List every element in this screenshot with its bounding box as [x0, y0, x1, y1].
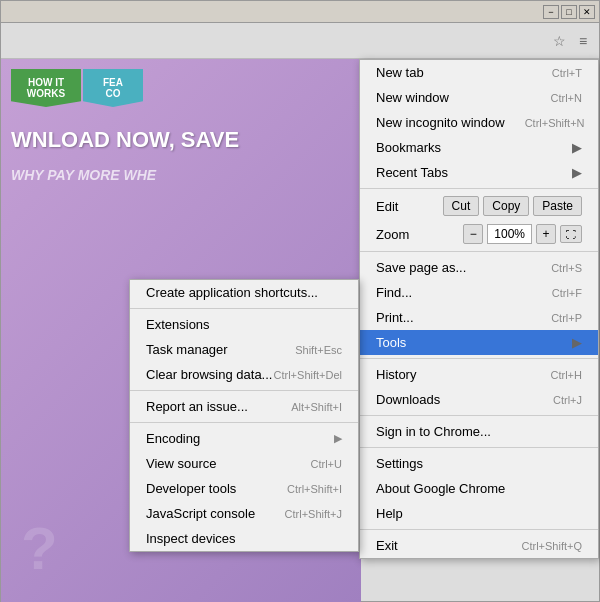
page-banner: HOW IT WORKS FEA CO: [1, 59, 361, 117]
browser-window: − □ ✕ ☆ ≡ HOW IT WORKS FEA CO WNLOAD NOW…: [0, 0, 600, 602]
menu-separator-6: [360, 529, 598, 530]
submenu-separator-1: [130, 308, 358, 309]
paste-button[interactable]: Paste: [533, 196, 582, 216]
title-bar: − □ ✕: [1, 1, 599, 23]
submenu-separator-3: [130, 422, 358, 423]
menu-item-find[interactable]: Find... Ctrl+F: [360, 280, 598, 305]
menu-separator-1: [360, 188, 598, 189]
submenu-item-extensions[interactable]: Extensions: [130, 312, 358, 337]
menu-separator-2: [360, 251, 598, 252]
copy-button[interactable]: Copy: [483, 196, 529, 216]
menu-item-downloads[interactable]: Downloads Ctrl+J: [360, 387, 598, 412]
menu-item-recent-tabs[interactable]: Recent Tabs ▶: [360, 160, 598, 185]
minimize-button[interactable]: −: [543, 5, 559, 19]
menu-item-history[interactable]: History Ctrl+H: [360, 362, 598, 387]
toolbar: ☆ ≡: [1, 23, 599, 59]
submenu-item-inspect-devices[interactable]: Inspect devices: [130, 526, 358, 551]
zoom-plus-button[interactable]: +: [536, 224, 556, 244]
zoom-value: 100%: [487, 224, 532, 244]
page-subheadline: WHY PAY MORE WHE: [1, 163, 361, 187]
submenu-item-js-console[interactable]: JavaScript console Ctrl+Shift+J: [130, 501, 358, 526]
zoom-minus-button[interactable]: −: [463, 224, 483, 244]
menu-separator-4: [360, 415, 598, 416]
submenu-item-clear-browsing[interactable]: Clear browsing data... Ctrl+Shift+Del: [130, 362, 358, 387]
submenu-item-create-shortcuts[interactable]: Create application shortcuts...: [130, 280, 358, 305]
page-headline: WNLOAD NOW, SAVE: [1, 117, 361, 163]
menu-item-new-incognito[interactable]: New incognito window Ctrl+Shift+N: [360, 110, 598, 135]
submenu-item-task-manager[interactable]: Task manager Shift+Esc: [130, 337, 358, 362]
menu-item-new-tab[interactable]: New tab Ctrl+T: [360, 60, 598, 85]
cut-button[interactable]: Cut: [443, 196, 480, 216]
menu-item-print[interactable]: Print... Ctrl+P: [360, 305, 598, 330]
menu-separator-3: [360, 358, 598, 359]
zoom-expand-button[interactable]: ⛶: [560, 225, 582, 243]
menu-item-exit[interactable]: Exit Ctrl+Shift+Q: [360, 533, 598, 558]
menu-item-bookmarks[interactable]: Bookmarks ▶: [360, 135, 598, 160]
menu-item-new-window[interactable]: New window Ctrl+N: [360, 85, 598, 110]
menu-item-sign-in[interactable]: Sign in to Chrome...: [360, 419, 598, 444]
tools-submenu: Create application shortcuts... Extensio…: [129, 279, 359, 552]
star-icon[interactable]: ☆: [549, 31, 569, 51]
submenu-separator-2: [130, 390, 358, 391]
maximize-button[interactable]: □: [561, 5, 577, 19]
edit-row: Edit Cut Copy Paste: [360, 192, 598, 220]
menu-item-settings[interactable]: Settings: [360, 451, 598, 476]
submenu-item-developer-tools[interactable]: Developer tools Ctrl+Shift+I: [130, 476, 358, 501]
submenu-item-report-issue[interactable]: Report an issue... Alt+Shift+I: [130, 394, 358, 419]
zoom-row: Zoom − 100% + ⛶: [360, 220, 598, 248]
menu-item-about[interactable]: About Google Chrome: [360, 476, 598, 501]
submenu-item-view-source[interactable]: View source Ctrl+U: [130, 451, 358, 476]
banner-ribbon-2: FEA CO: [83, 69, 143, 107]
banner-ribbon-1: HOW IT WORKS: [11, 69, 81, 107]
menu-icon[interactable]: ≡: [573, 31, 593, 51]
menu-item-help[interactable]: Help: [360, 501, 598, 526]
close-button[interactable]: ✕: [579, 5, 595, 19]
menu-item-save-page[interactable]: Save page as... Ctrl+S: [360, 255, 598, 280]
page-watermark: ?: [21, 514, 58, 583]
submenu-item-encoding[interactable]: Encoding ▶: [130, 426, 358, 451]
menu-separator-5: [360, 447, 598, 448]
main-menu: New tab Ctrl+T New window Ctrl+N New inc…: [359, 59, 599, 559]
menu-item-tools[interactable]: Tools ▶: [360, 330, 598, 355]
